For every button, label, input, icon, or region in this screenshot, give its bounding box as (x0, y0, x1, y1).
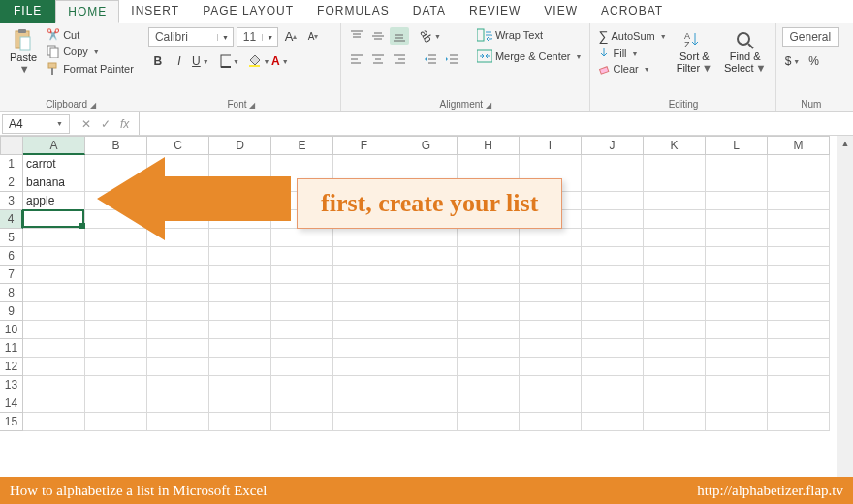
align-top-button[interactable] (347, 27, 366, 45)
copy-button[interactable]: Copy▼ (45, 44, 136, 59)
row-header-7[interactable]: 7 (0, 266, 23, 284)
cell-C10[interactable] (147, 321, 209, 339)
vertical-scrollbar[interactable]: ▲ (837, 136, 853, 477)
cell-C15[interactable] (147, 413, 209, 431)
cell-K3[interactable] (644, 192, 706, 210)
cell-M8[interactable] (768, 284, 830, 302)
cell-E14[interactable] (271, 394, 333, 413)
font-size-select[interactable]: 11▼ (237, 27, 278, 47)
row-header-2[interactable]: 2 (0, 173, 23, 192)
cell-K1[interactable] (644, 155, 706, 173)
cell-E9[interactable] (271, 302, 333, 321)
cell-L5[interactable] (706, 229, 768, 247)
cell-I15[interactable] (520, 413, 582, 431)
cell-J14[interactable] (582, 394, 644, 413)
cell-B15[interactable] (85, 413, 147, 431)
row-header-14[interactable]: 14 (0, 394, 23, 413)
cell-F14[interactable] (333, 394, 395, 413)
cell-H6[interactable] (458, 247, 520, 266)
cell-J5[interactable] (582, 229, 644, 247)
cell-L4[interactable] (706, 210, 768, 229)
column-header-E[interactable]: E (271, 136, 333, 155)
underline-button[interactable]: U▼ (191, 52, 210, 70)
format-painter-button[interactable]: Format Painter (45, 61, 136, 77)
cell-G6[interactable] (395, 247, 458, 266)
font-name-select[interactable]: Calibri▼ (148, 27, 234, 47)
cell-K13[interactable] (644, 376, 706, 394)
cell-F15[interactable] (333, 413, 395, 431)
cell-F5[interactable] (333, 229, 395, 247)
cell-I7[interactable] (520, 266, 582, 284)
row-header-1[interactable]: 1 (0, 155, 23, 173)
cell-K14[interactable] (644, 394, 706, 413)
cell-B14[interactable] (85, 394, 147, 413)
cell-G8[interactable] (395, 284, 458, 302)
row-header-12[interactable]: 12 (0, 358, 23, 376)
cell-C9[interactable] (147, 302, 209, 321)
row-header-8[interactable]: 8 (0, 284, 23, 302)
column-header-M[interactable]: M (768, 136, 830, 155)
cell-D11[interactable] (209, 339, 271, 358)
cell-M13[interactable] (768, 376, 830, 394)
cell-F11[interactable] (333, 339, 395, 358)
cell-G14[interactable] (395, 394, 458, 413)
cut-button[interactable]: ✂️Cut (45, 27, 136, 42)
cell-I6[interactable] (520, 247, 582, 266)
font-color-button[interactable]: A▼ (270, 52, 290, 70)
cell-M5[interactable] (768, 229, 830, 247)
cell-G12[interactable] (395, 358, 458, 376)
cell-M2[interactable] (768, 173, 830, 192)
cell-M7[interactable] (768, 266, 830, 284)
cell-B7[interactable] (85, 266, 147, 284)
column-header-C[interactable]: C (147, 136, 209, 155)
cell-D6[interactable] (209, 247, 271, 266)
row-header-13[interactable]: 13 (0, 376, 23, 394)
merge-center-button[interactable]: Merge & Center▼ (475, 48, 584, 64)
cell-H9[interactable] (458, 302, 520, 321)
column-header-I[interactable]: I (520, 136, 582, 155)
italic-button[interactable]: I (170, 52, 189, 70)
paste-button[interactable]: Paste ▼ (6, 27, 41, 77)
name-box[interactable]: A4▼ (2, 114, 70, 134)
align-right-button[interactable] (390, 50, 409, 68)
column-header-J[interactable]: J (582, 136, 644, 155)
row-header-10[interactable]: 10 (0, 321, 23, 339)
cell-D14[interactable] (209, 394, 271, 413)
tab-view[interactable]: VIEW (532, 0, 589, 23)
orientation-button[interactable]: ab▼ (421, 27, 440, 45)
tab-acrobat[interactable]: ACROBAT (589, 0, 675, 23)
fill-button[interactable]: Fill▼ (596, 47, 668, 60)
cell-B6[interactable] (85, 247, 147, 266)
row-header-11[interactable]: 11 (0, 339, 23, 358)
scroll-up-button[interactable]: ▲ (837, 136, 853, 152)
row-header-6[interactable]: 6 (0, 247, 23, 266)
cell-I8[interactable] (520, 284, 582, 302)
cell-I9[interactable] (520, 302, 582, 321)
cell-B10[interactable] (85, 321, 147, 339)
clear-button[interactable]: Clear▼ (596, 62, 668, 76)
cell-K9[interactable] (644, 302, 706, 321)
cell-A2[interactable]: banana (23, 173, 85, 192)
cancel-formula-icon[interactable]: ✕ (81, 117, 91, 131)
cell-I13[interactable] (520, 376, 582, 394)
cell-B12[interactable] (85, 358, 147, 376)
number-format-select[interactable]: General (782, 27, 839, 47)
tab-review[interactable]: REVIEW (458, 0, 532, 23)
select-all-corner[interactable] (0, 136, 23, 155)
cell-M6[interactable] (768, 247, 830, 266)
cell-G10[interactable] (395, 321, 458, 339)
column-header-A[interactable]: A (23, 136, 85, 155)
cell-B11[interactable] (85, 339, 147, 358)
cell-M1[interactable] (768, 155, 830, 173)
cell-J11[interactable] (582, 339, 644, 358)
cell-J1[interactable] (582, 155, 644, 173)
cell-A11[interactable] (23, 339, 85, 358)
cell-E13[interactable] (271, 376, 333, 394)
cell-K5[interactable] (644, 229, 706, 247)
cell-J8[interactable] (582, 284, 644, 302)
sort-filter-button[interactable]: AZ Sort & Filter▼ (673, 27, 716, 76)
cell-J10[interactable] (582, 321, 644, 339)
cell-A5[interactable] (23, 229, 85, 247)
cell-A8[interactable] (23, 284, 85, 302)
tab-insert[interactable]: INSERT (119, 0, 191, 23)
